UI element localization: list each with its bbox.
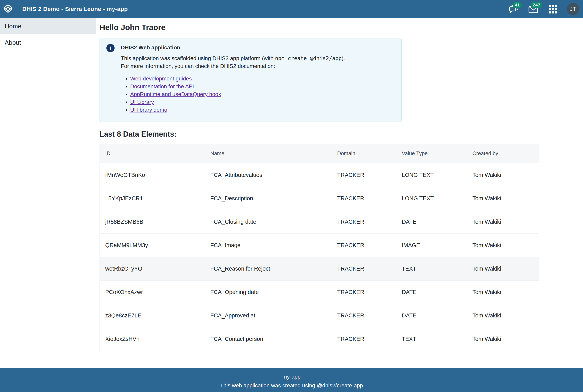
column-header-created-by: Created by: [467, 144, 539, 164]
cell-id: z3Qe8czE7LE: [100, 304, 205, 328]
cell-value-type: LONG TEXT: [396, 187, 467, 210]
messages-button[interactable]: 247: [528, 3, 539, 15]
cell-domain: TRACKER: [332, 304, 396, 328]
sidebar-item-home[interactable]: Home: [0, 18, 96, 34]
cell-domain: TRACKER: [332, 210, 396, 234]
documentation-links: Web development guidesDocumentation for …: [121, 75, 345, 114]
notice-title: DHIS2 Web application: [121, 44, 345, 52]
table-header-row: IDNameDomainValue TypeCreated by: [100, 144, 539, 164]
table-row: PCoXOnxAzwrFCA_Opening dateTRACKERDATETo…: [100, 280, 539, 304]
table-row: jR58BZSMB6BFCA_Closing dateTRACKERDATETo…: [100, 210, 539, 234]
cell-value-type: LONG TEXT: [396, 164, 467, 187]
cell-value-type: DATE: [396, 210, 467, 234]
cell-created-by: Tom Wakiki: [467, 164, 539, 187]
cell-created-by: Tom Wakiki: [467, 257, 539, 280]
apps-menu-button[interactable]: [548, 3, 558, 15]
main-content: Hello John Traore i DHIS2 Web applicatio…: [96, 18, 583, 368]
table-row: XioJoxZsHVnFCA_Contact personTRACKERTEXT…: [100, 328, 539, 351]
sidebar-nav: HomeAbout: [0, 18, 96, 368]
cell-domain: TRACKER: [332, 257, 396, 280]
cell-created-by: Tom Wakiki: [467, 328, 539, 351]
notice-line1-end: ).: [342, 55, 345, 61]
cell-id: QRaMM9LMM3y: [100, 234, 205, 257]
column-header-id: ID: [100, 144, 205, 164]
notice-line1: This application was scaffolded using DH…: [121, 55, 275, 61]
dhis2-layers-icon: [3, 4, 13, 14]
doc-link[interactable]: UI Library: [130, 99, 154, 105]
table-row: rMnWeGTBnKoFCA_AttributevaluesTRACKERLON…: [100, 164, 539, 187]
cell-id: PCoXOnxAzwr: [100, 280, 205, 304]
cell-name: FCA_Reason for Reject: [205, 257, 332, 280]
column-header-value-type: Value Type: [396, 144, 467, 164]
sidebar-item-about[interactable]: About: [0, 34, 96, 51]
doc-link-item: Web development guides: [130, 75, 345, 82]
cell-domain: TRACKER: [332, 234, 396, 257]
doc-link[interactable]: UI library demo: [130, 107, 167, 113]
app-title: DHIS 2 Demo - Sierra Leone - my-app: [22, 6, 128, 12]
doc-link-item: Documentation for the API: [130, 82, 345, 90]
cell-name: FCA_Approved at: [205, 304, 332, 328]
cell-value-type: DATE: [396, 280, 467, 304]
cell-id: rMnWeGTBnKo: [100, 164, 205, 187]
cell-value-type: DATE: [396, 304, 467, 328]
table-row: QRaMM9LMM3yFCA_ImageTRACKERIMAGETom Waki…: [100, 234, 539, 257]
footer-app-name: my-app: [0, 374, 583, 380]
column-header-domain: Domain: [332, 144, 396, 164]
notice-line2: For more information, you can check the …: [121, 62, 345, 70]
data-elements-table: IDNameDomainValue TypeCreated by rMnWeGT…: [99, 144, 539, 351]
messages-count-badge: 247: [531, 2, 543, 8]
cell-value-type: IMAGE: [396, 234, 467, 257]
notice-box: i DHIS2 Web application This application…: [99, 38, 402, 122]
footer: my-app This web application was created …: [0, 368, 583, 392]
user-avatar[interactable]: JT: [567, 3, 579, 15]
doc-link-item: UI library demo: [130, 106, 345, 114]
header-bar: DHIS 2 Demo - Sierra Leone - my-app 41 2…: [0, 0, 583, 18]
cell-domain: TRACKER: [332, 280, 396, 304]
cell-created-by: Tom Wakiki: [467, 187, 539, 210]
table-row: z3Qe8czE7LEFCA_Approved atTRACKERDATETom…: [100, 304, 539, 328]
cell-created-by: Tom Wakiki: [467, 234, 539, 257]
cell-id: jR58BZSMB6B: [100, 210, 205, 234]
create-app-link[interactable]: @dhis2/create-app: [317, 382, 363, 388]
footer-credit: This web application was created using @…: [0, 382, 583, 389]
cell-id: XioJoxZsHVn: [100, 328, 205, 351]
cell-domain: TRACKER: [332, 328, 396, 351]
cell-name: FCA_Contact person: [205, 328, 332, 351]
cell-name: FCA_Image: [205, 234, 332, 257]
interpretations-button[interactable]: 41: [509, 3, 519, 15]
table-row: L5YKpJEzCR1FCA_DescriptionTRACKERLONG TE…: [100, 187, 539, 210]
cell-name: FCA_Attributevalues: [205, 164, 332, 187]
notice-code: npm create @dhis2/app: [275, 55, 342, 61]
page-title: Hello John Traore: [99, 23, 583, 32]
table-row: wetRbzCTyYOFCA_Reason for RejectTRACKERT…: [100, 257, 539, 280]
cell-created-by: Tom Wakiki: [467, 304, 539, 328]
doc-link-item: AppRuntime and useDataQuery hook: [130, 90, 345, 98]
column-header-name: Name: [205, 144, 332, 164]
doc-link-item: UI Library: [130, 98, 345, 106]
dhis2-logo[interactable]: [0, 0, 16, 18]
notice-paragraph: This application was scaffolded using DH…: [121, 54, 345, 70]
cell-id: L5YKpJEzCR1: [100, 187, 205, 210]
notice-content: DHIS2 Web application This application w…: [121, 44, 345, 114]
info-icon: i: [106, 44, 114, 52]
interpretations-count-badge: 41: [513, 2, 522, 8]
cell-value-type: TEXT: [396, 257, 467, 280]
doc-link[interactable]: Documentation for the API: [130, 83, 194, 90]
cell-name: FCA_Description: [205, 187, 332, 210]
cell-created-by: Tom Wakiki: [467, 280, 539, 304]
cell-id: wetRbzCTyYO: [100, 257, 205, 280]
footer-credit-text: This web application was created using: [220, 382, 317, 388]
cell-value-type: TEXT: [396, 328, 467, 351]
apps-grid-icon: [549, 5, 557, 14]
table-heading: Last 8 Data Elements:: [99, 130, 583, 138]
cell-domain: TRACKER: [332, 164, 396, 187]
cell-created-by: Tom Wakiki: [467, 210, 539, 234]
cell-name: FCA_Closing date: [205, 210, 332, 234]
cell-name: FCA_Opening date: [205, 280, 332, 304]
header-actions: 41 247 JT: [509, 0, 583, 18]
doc-link[interactable]: Web development guides: [130, 76, 192, 82]
cell-domain: TRACKER: [332, 187, 396, 210]
doc-link[interactable]: AppRuntime and useDataQuery hook: [130, 91, 221, 97]
